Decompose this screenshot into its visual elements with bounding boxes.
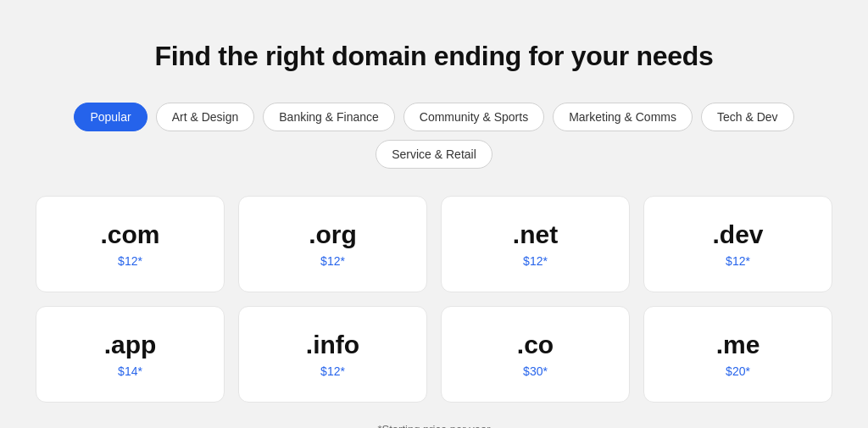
domain-price: $12* (523, 254, 548, 268)
filter-tab-service-retail[interactable]: Service & Retail (376, 140, 492, 169)
domain-extension: .com (100, 220, 159, 249)
filter-tab-marketing-comms[interactable]: Marketing & Comms (553, 103, 693, 131)
page-title: Find the right domain ending for your ne… (154, 41, 713, 72)
domain-card-co[interactable]: .co$30* (441, 306, 630, 403)
domain-extension: .co (517, 331, 554, 359)
domain-card-app[interactable]: .app$14* (36, 306, 225, 403)
domains-grid: .com$12*.org$12*.net$12*.dev$12*.app$14*… (36, 196, 832, 403)
filter-tab-community-sports[interactable]: Community & Sports (403, 103, 544, 131)
domain-price: $14* (118, 364, 142, 378)
domain-card-dev[interactable]: .dev$12* (643, 196, 832, 292)
domain-extension: .me (716, 331, 760, 359)
domain-card-net[interactable]: .net$12* (441, 196, 630, 292)
domain-extension: .app (104, 331, 157, 359)
footnote: *Starting price per year (378, 423, 491, 428)
domain-price: $12* (726, 254, 750, 268)
domain-card-org[interactable]: .org$12* (238, 196, 427, 292)
domain-price: $30* (523, 364, 548, 378)
domain-card-me[interactable]: .me$20* (643, 306, 832, 403)
filter-tab-art-design[interactable]: Art & Design (156, 103, 255, 131)
domain-extension: .org (309, 220, 357, 249)
domain-price: $12* (320, 364, 345, 378)
domain-price: $20* (726, 364, 750, 378)
domain-extension: .dev (712, 220, 763, 249)
domain-card-com[interactable]: .com$12* (36, 196, 225, 292)
page-container: Find the right domain ending for your ne… (0, 0, 868, 428)
filter-tab-popular[interactable]: Popular (74, 103, 147, 131)
domain-extension: .info (306, 331, 359, 359)
domain-price: $12* (118, 254, 142, 268)
filter-tab-tech-dev[interactable]: Tech & Dev (701, 103, 794, 131)
filter-tabs: PopularArt & DesignBanking & FinanceComm… (34, 103, 834, 169)
domain-price: $12* (320, 254, 345, 268)
filter-tab-banking-finance[interactable]: Banking & Finance (263, 103, 395, 131)
domain-extension: .net (513, 220, 558, 249)
domain-card-info[interactable]: .info$12* (238, 306, 427, 403)
